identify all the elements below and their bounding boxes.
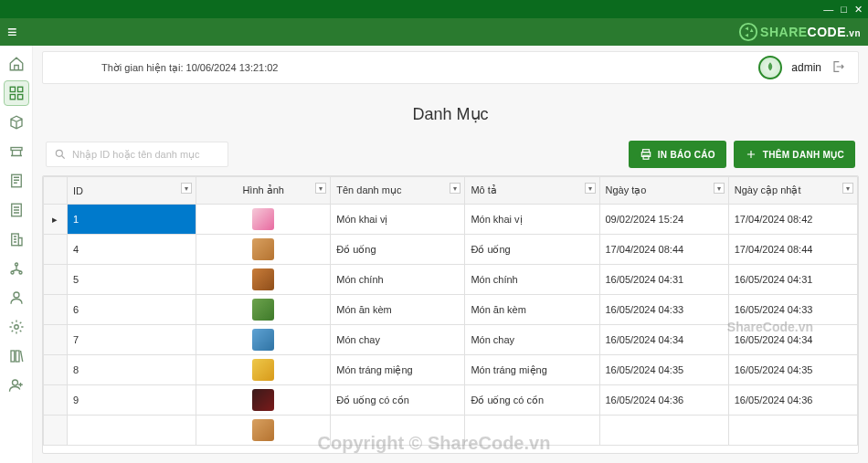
- data-grid[interactable]: ID▾ Hình ảnh▾ Tên danh mục▾ Mô tả▾ Ngày …: [42, 175, 859, 454]
- cell-created[interactable]: 09/02/2024 15:24: [599, 205, 728, 235]
- window-minimize-button[interactable]: —: [823, 4, 833, 15]
- cell-name[interactable]: Đồ uống có cồn: [331, 385, 465, 416]
- cell-image[interactable]: [196, 325, 331, 355]
- row-indicator: [44, 235, 68, 265]
- cell-image[interactable]: [196, 235, 331, 265]
- cell-name[interactable]: Món tráng miệng: [331, 355, 465, 385]
- chevron-down-icon[interactable]: ▾: [714, 183, 725, 194]
- table-row[interactable]: 5Món chínhMón chính16/05/2024 04:3116/05…: [44, 265, 858, 295]
- cell-id[interactable]: 9: [67, 385, 196, 416]
- brand-logo: SHARECODE.vn: [738, 22, 861, 42]
- nav-home[interactable]: [4, 51, 29, 77]
- cell-image[interactable]: [196, 385, 331, 416]
- chevron-down-icon[interactable]: ▾: [842, 183, 853, 194]
- cell-name[interactable]: Món ăn kèm: [331, 295, 465, 325]
- network-icon: [8, 260, 25, 277]
- receipt-icon: [8, 173, 25, 189]
- cell-image[interactable]: [196, 355, 331, 385]
- cell-created[interactable]: 16/05/2024 04:36: [599, 385, 728, 416]
- logout-button[interactable]: [831, 59, 845, 77]
- row-indicator: [44, 325, 68, 355]
- user-avatar: [758, 56, 782, 79]
- nav-users[interactable]: [4, 285, 29, 310]
- row-indicator: ▸: [44, 205, 68, 235]
- cell-id[interactable]: 1: [67, 205, 196, 235]
- table-row[interactable]: 4Đồ uốngĐồ uống17/04/2024 08:4417/04/202…: [44, 235, 858, 265]
- cell-updated[interactable]: 16/05/2024 04:36: [728, 385, 857, 416]
- chevron-down-icon[interactable]: ▾: [450, 183, 460, 194]
- cell-id[interactable]: 5: [67, 265, 196, 295]
- cell-desc[interactable]: Món khai vị: [465, 205, 599, 235]
- search-input[interactable]: [72, 149, 220, 160]
- chevron-down-icon[interactable]: ▾: [315, 183, 326, 194]
- cell-desc[interactable]: Món ăn kèm: [465, 295, 599, 325]
- cell-image[interactable]: [196, 205, 331, 235]
- cell-id[interactable]: 7: [67, 325, 196, 355]
- cell-desc[interactable]: Đồ uống: [465, 235, 599, 265]
- cell-updated[interactable]: 16/05/2024 04:31: [728, 265, 857, 295]
- table-row[interactable]: 6Món ăn kèmMón ăn kèm16/05/2024 04:3316/…: [44, 295, 858, 325]
- cell-updated[interactable]: 16/05/2024 04:34: [728, 325, 857, 355]
- table-row[interactable]: ▸1Món khai vịMón khai vị09/02/2024 15:24…: [44, 205, 858, 235]
- cell-desc[interactable]: Món tráng miệng: [465, 355, 599, 385]
- svg-rect-2: [17, 87, 22, 91]
- nav-network[interactable]: [4, 256, 29, 281]
- nav-invoices[interactable]: [4, 197, 29, 223]
- nav-tables[interactable]: [4, 139, 29, 164]
- table-row[interactable]: 7Món chayMón chay16/05/2024 04:3416/05/2…: [44, 325, 858, 355]
- row-indicator: [44, 295, 68, 325]
- col-created-header[interactable]: Ngày tạo▾: [599, 177, 728, 205]
- chevron-down-icon[interactable]: ▾: [585, 183, 596, 194]
- cell-created[interactable]: 16/05/2024 04:33: [599, 295, 728, 325]
- top-bar: ≡ SHARECODE.vn: [0, 18, 868, 46]
- search-box[interactable]: [46, 142, 228, 167]
- col-desc-header[interactable]: Mô tả▾: [465, 177, 599, 205]
- cell-name[interactable]: Món khai vị: [331, 205, 465, 235]
- thumbnail-icon: [252, 268, 274, 290]
- cell-id[interactable]: 6: [67, 295, 196, 325]
- nav-products[interactable]: [4, 110, 29, 135]
- username-label: admin: [791, 61, 821, 74]
- cell-name[interactable]: Món chay: [331, 325, 465, 355]
- nav-library[interactable]: [4, 343, 29, 369]
- nav-reports[interactable]: [4, 226, 29, 252]
- col-name-header[interactable]: Tên danh mục▾: [331, 177, 465, 205]
- cell-created[interactable]: 16/05/2024 04:35: [599, 355, 728, 385]
- cell-created[interactable]: 16/05/2024 04:31: [599, 265, 728, 295]
- cell-desc[interactable]: Món chay: [465, 325, 599, 355]
- window-close-button[interactable]: ✕: [854, 4, 863, 16]
- cell-name[interactable]: Đồ uống: [331, 235, 465, 265]
- cell-id[interactable]: 8: [67, 355, 196, 385]
- nav-settings[interactable]: [4, 314, 29, 340]
- nav-staff[interactable]: [4, 373, 29, 398]
- cell-id[interactable]: 4: [67, 235, 196, 265]
- print-report-button[interactable]: IN BÁO CÁO: [629, 141, 726, 168]
- cell-desc[interactable]: Món chính: [465, 265, 599, 295]
- svg-rect-5: [11, 148, 22, 151]
- cell-created[interactable]: 17/04/2024 08:44: [599, 235, 728, 265]
- svg-rect-4: [17, 95, 22, 100]
- add-category-button[interactable]: THÊM DANH MỤC: [734, 141, 855, 168]
- col-image-header[interactable]: Hình ảnh▾: [196, 177, 331, 205]
- window-maximize-button[interactable]: □: [841, 4, 847, 15]
- row-indicator: [44, 265, 68, 295]
- col-updated-header[interactable]: Ngày cập nhật▾: [728, 177, 857, 205]
- chevron-down-icon[interactable]: ▾: [181, 183, 192, 194]
- cell-name[interactable]: Món chính: [331, 265, 465, 295]
- cell-updated[interactable]: 17/04/2024 08:44: [728, 235, 857, 265]
- home-icon: [8, 56, 25, 72]
- col-id-header[interactable]: ID▾: [67, 177, 196, 205]
- cell-desc[interactable]: Đồ uống có cồn: [465, 385, 599, 416]
- nav-orders[interactable]: [4, 168, 29, 194]
- cell-image[interactable]: [196, 295, 331, 325]
- cell-updated[interactable]: 16/05/2024 04:33: [728, 295, 857, 325]
- cell-created[interactable]: 16/05/2024 04:34: [599, 325, 728, 355]
- table-row[interactable]: 9Đồ uống có cồnĐồ uống có cồn16/05/2024 …: [44, 385, 858, 416]
- svg-rect-15: [16, 351, 19, 362]
- cell-image[interactable]: [196, 265, 331, 295]
- menu-toggle-button[interactable]: ≡: [7, 23, 17, 42]
- cell-updated[interactable]: 16/05/2024 04:35: [728, 355, 857, 385]
- nav-categories[interactable]: [4, 80, 29, 106]
- cell-updated[interactable]: 17/04/2024 08:42: [728, 205, 857, 235]
- table-row[interactable]: 8Món tráng miệngMón tráng miệng16/05/202…: [44, 355, 858, 385]
